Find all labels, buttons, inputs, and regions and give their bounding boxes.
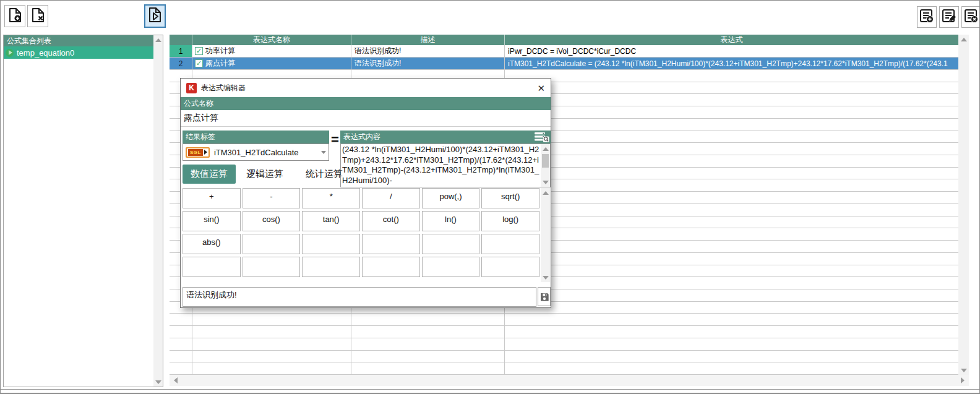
scroll-right-icon[interactable]: [958, 375, 968, 386]
operator-button[interactable]: -: [243, 188, 301, 208]
table-row-empty[interactable]: [170, 338, 958, 351]
header-index: [170, 35, 192, 45]
operator-cell-empty: [362, 234, 420, 254]
close-icon[interactable]: ✕: [537, 84, 545, 93]
operator-button[interactable]: cot(): [362, 211, 420, 231]
scroll-down-icon[interactable]: [958, 366, 969, 375]
scroll-up-icon[interactable]: [541, 188, 550, 197]
expression-content-header: 表达式内容: [340, 131, 551, 143]
expression-content-text[interactable]: (243.12 *ln(iTM301_H2Humi/100)*(243.12+i…: [342, 145, 540, 186]
row-name-cell: ✓ 功率计算: [192, 45, 351, 58]
expression-table-header: 表达式名称 描述 表达式: [170, 35, 958, 45]
formula-set-panel: 公式集合列表 temp_equation0: [3, 35, 163, 387]
document-delete-icon: [31, 7, 45, 25]
operator-cell-empty: [243, 234, 301, 254]
row-expr-cell: iPwr_DCDC = iVol_DCDC*iCur_DCDC: [505, 45, 958, 58]
operator-cell-empty: [481, 257, 539, 277]
table-row-empty[interactable]: [170, 351, 958, 363]
operator-button[interactable]: ln(): [422, 211, 480, 231]
expression-name: 露点计算: [205, 58, 235, 69]
row-desc-cell: 语法识别成功!: [351, 58, 505, 70]
chevron-down-icon[interactable]: [321, 151, 326, 154]
operator-button[interactable]: sqrt(): [481, 188, 539, 208]
operator-button[interactable]: tan(): [302, 211, 360, 231]
save-button[interactable]: [538, 287, 551, 306]
sidebar-item-temp-equation0[interactable]: temp_equation0: [4, 46, 154, 59]
play-circle-icon: [6, 49, 14, 57]
document-add-icon: [8, 7, 22, 25]
checkbox-checked-icon[interactable]: ✓: [195, 59, 203, 67]
result-label-header: 结果标签: [183, 131, 329, 143]
result-label-value: iTM301_H2TdCalculate: [214, 148, 299, 157]
tab-numeric-operations[interactable]: 数值运算: [183, 165, 236, 184]
operator-button[interactable]: *: [302, 188, 360, 208]
operator-cell-empty: [243, 257, 301, 277]
scroll-down-icon[interactable]: [153, 377, 163, 387]
list-edit-icon: [942, 9, 956, 26]
operator-cell-empty: [362, 257, 420, 277]
result-label-combobox[interactable]: SGL iTM301_H2TdCalculate: [183, 143, 329, 161]
dialog-titlebar[interactable]: K 表达式编辑器 ✕: [181, 79, 551, 97]
scrollbar-thumb[interactable]: [542, 154, 549, 168]
operator-cell-empty: [302, 257, 360, 277]
operator-button[interactable]: abs(): [183, 234, 241, 254]
badge-arrow-icon: [204, 150, 207, 155]
scroll-up-icon[interactable]: [541, 144, 550, 153]
table-row-empty[interactable]: [170, 326, 958, 338]
operator-button[interactable]: +: [183, 188, 241, 208]
operator-button[interactable]: /: [362, 188, 420, 208]
variable-search-icon[interactable]: [534, 132, 549, 142]
row-number: 2: [170, 58, 192, 70]
dialog-title: 表达式编辑器: [201, 83, 246, 93]
list-add-icon: [919, 9, 934, 26]
scroll-down-icon[interactable]: [541, 178, 550, 187]
header-desc: 描述: [351, 35, 505, 45]
operator-button[interactable]: sin(): [183, 211, 241, 231]
app-window: 公式集合列表 temp_equation0 表达式名称 描述 表达式 1 ✓ 功…: [0, 0, 980, 394]
row-desc-cell: 语法识别成功!: [351, 45, 505, 58]
expression-name: 功率计算: [205, 46, 235, 56]
operator-cell-empty: [481, 234, 539, 254]
table-row-empty[interactable]: [170, 362, 958, 375]
table-vertical-scrollbar[interactable]: [958, 35, 969, 375]
run-formula-set-button[interactable]: [144, 4, 166, 28]
left-panel-scrollbar[interactable]: [153, 35, 163, 387]
delete-expression-button[interactable]: [961, 6, 980, 28]
tab-logic-operations[interactable]: 逻辑运算: [243, 165, 287, 184]
row-name-cell: ✓ 露点计算: [192, 58, 351, 70]
formula-set-panel-title: 公式集合列表: [4, 35, 154, 46]
checkbox-checked-icon[interactable]: ✓: [195, 47, 203, 55]
header-name: 表达式名称: [192, 35, 351, 45]
scroll-up-icon[interactable]: [153, 35, 163, 45]
table-row-empty[interactable]: [170, 314, 958, 326]
sidebar-item-label: temp_equation0: [17, 48, 74, 58]
expression-editor-dialog: K 表达式编辑器 ✕ 公式名称 露点计算 结果标签 SGL iTM301_H2T…: [180, 78, 551, 308]
formula-name-label: 公式名称: [181, 97, 551, 110]
operator-button[interactable]: log(): [481, 211, 539, 231]
row-number: 1: [170, 45, 192, 58]
table-row-selected[interactable]: 2 ✓ 露点计算 语法识别成功! iTM301_H2TdCalculate = …: [170, 58, 958, 70]
new-formula-set-button[interactable]: [4, 5, 25, 27]
formula-name-input[interactable]: 露点计算: [181, 110, 551, 127]
add-expression-button[interactable]: [917, 6, 937, 28]
sgl-type-badge: SGL: [186, 147, 210, 158]
app-logo-icon: K: [186, 83, 197, 93]
operator-grid-scrollbar[interactable]: [541, 188, 550, 282]
tab-statistics-operations[interactable]: 统计运算: [302, 165, 346, 184]
document-play-icon: [148, 7, 162, 25]
scroll-left-icon[interactable]: [171, 375, 181, 386]
operator-cell-empty: [422, 257, 480, 277]
scroll-up-icon[interactable]: [958, 35, 969, 44]
row-expr-cell: iTM301_H2TdCalculate = (243.12 *ln(iTM30…: [505, 58, 958, 70]
scroll-down-icon[interactable]: [541, 273, 550, 282]
table-row[interactable]: 1 ✓ 功率计算 语法识别成功! iPwr_DCDC = iVol_DCDC*i…: [170, 45, 958, 58]
delete-formula-set-button[interactable]: [27, 5, 48, 27]
edit-expression-button[interactable]: [939, 6, 959, 28]
expression-content-box[interactable]: (243.12 *ln(iTM301_H2Humi/100)*(243.12+i…: [340, 143, 551, 187]
operator-button[interactable]: cos(): [243, 211, 301, 231]
expression-content-label: 表达式内容: [343, 131, 380, 143]
content-scrollbar[interactable]: [541, 144, 550, 187]
window-bottom-frame: [1, 389, 979, 393]
operator-button[interactable]: pow(,): [422, 188, 480, 208]
table-horizontal-scrollbar[interactable]: [170, 375, 969, 386]
